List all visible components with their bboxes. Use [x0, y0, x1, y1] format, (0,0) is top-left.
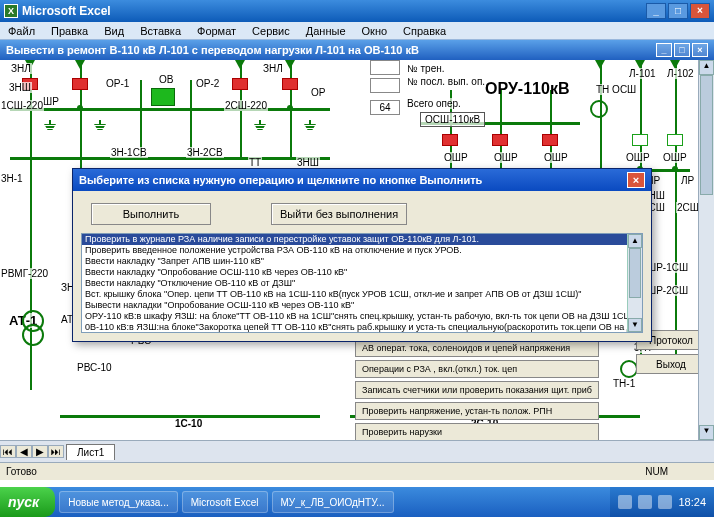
label-osh110: ОСШ-110кВ [420, 112, 485, 127]
label-op2: ОР-2 [195, 78, 220, 89]
doc-restore-button[interactable]: □ [674, 43, 690, 57]
dialog-title-bar[interactable]: Выберите из списка нужную операцию и щел… [73, 169, 651, 191]
list-item[interactable]: Проверить в журнале РЗА наличие записи о… [82, 234, 642, 245]
menu-tools[interactable]: Сервис [248, 24, 294, 38]
maximize-button[interactable]: □ [668, 3, 688, 19]
label-znl-2: ЗНЛ [262, 63, 284, 74]
label-znl: ЗНЛ [10, 63, 32, 74]
label-1c10: 1С-10 [174, 418, 203, 429]
list-item[interactable]: Ввести накладку "Отключение ОВ-110 кВ от… [82, 278, 642, 289]
sheet-vertical-scrollbar[interactable]: ▲ ▼ [698, 60, 714, 440]
menu-file[interactable]: Файл [4, 24, 39, 38]
operation-listbox[interactable]: Проверить в журнале РЗА наличие записи о… [81, 233, 643, 333]
sheet-tab[interactable]: Лист1 [66, 444, 115, 460]
list-item[interactable]: Ввести накладку "Опробование ОСШ-110 кВ … [82, 267, 642, 278]
tab-nav-next[interactable]: ▶ [32, 445, 48, 458]
app-title: Microsoft Excel [22, 4, 111, 18]
taskbar-button[interactable]: Microsoft Excel [182, 491, 268, 513]
tab-nav-last[interactable]: ⏭ [48, 445, 64, 458]
label-oshr-2: ОШР [493, 152, 519, 163]
listbox-scroll-down[interactable]: ▼ [628, 318, 642, 332]
close-button[interactable]: × [690, 3, 710, 19]
label-n-posl: № посл. вып. оп. [406, 76, 486, 87]
dialog-title: Выберите из списка нужную операцию и щел… [79, 174, 482, 186]
label-shr-1: ШР [42, 96, 60, 107]
execute-button[interactable]: Выполнить [91, 203, 211, 225]
menu-insert[interactable]: Вставка [136, 24, 185, 38]
tab-nav-first[interactable]: ⏮ [0, 445, 16, 458]
tab-nav-prev[interactable]: ◀ [16, 445, 32, 458]
workbook-title-bar: Вывести в ремонт В-110 кВ Л-101 с перево… [0, 40, 714, 60]
label-oshr-3: ОШР [543, 152, 569, 163]
btn-check-loads[interactable]: Проверить нарузки [355, 423, 599, 440]
dialog-close-button[interactable]: × [627, 172, 645, 188]
menu-format[interactable]: Формат [193, 24, 240, 38]
scroll-thumb[interactable] [700, 75, 713, 195]
label-1ssh220: 1СШ-220 [0, 100, 44, 111]
scroll-down-button[interactable]: ▼ [699, 425, 714, 440]
start-button[interactable]: пуск [0, 487, 55, 517]
label-shr2ssh: ШР-2СШ [646, 285, 689, 296]
label-tn1: ТН-1 [612, 378, 636, 389]
tray-icon[interactable] [618, 495, 632, 509]
menu-view[interactable]: Вид [100, 24, 128, 38]
switch[interactable] [632, 134, 648, 146]
list-item[interactable]: Проверить введенное положение устройства… [82, 245, 642, 256]
menu-window[interactable]: Окно [358, 24, 392, 38]
list-item[interactable]: Вывести накладки "Опробование ОСШ-110 кВ… [82, 300, 642, 311]
menu-data[interactable]: Данные [302, 24, 350, 38]
list-item[interactable]: Ввести накладку "Запрет АПВ шин-110 кВ" [82, 256, 642, 267]
listbox-scroll-thumb[interactable] [629, 248, 641, 298]
label-3nsh-r: 3НШ [296, 157, 320, 168]
list-item[interactable]: 0В-110 кВ:в ЯЗШ:на блоке"Закоротка цепей… [82, 322, 642, 333]
excel-title-bar: X Microsoft Excel _ □ × [0, 0, 714, 22]
btn-rza-ops[interactable]: Операции с РЗА , вкл.(откл.) ток. цеп [355, 360, 599, 378]
list-item[interactable]: ОРУ-110 кВ:в шкафу ЯЗШ: на блоке"ТТ ОВ-1… [82, 311, 642, 322]
menu-help[interactable]: Справка [399, 24, 450, 38]
status-bar: Готово NUM [0, 462, 714, 480]
listbox-scrollbar[interactable]: ▲ ▼ [627, 234, 642, 332]
listbox-scroll-up[interactable]: ▲ [628, 234, 642, 248]
switch[interactable] [542, 134, 558, 146]
doc-close-button[interactable]: × [692, 43, 708, 57]
clock[interactable]: 18:24 [678, 496, 706, 508]
label-pbc10-b: РВС-10 [76, 362, 113, 373]
tray-icon[interactable] [638, 495, 652, 509]
label-2ssh: 2СШ [676, 202, 700, 213]
switch[interactable] [492, 134, 508, 146]
windows-taskbar: пуск Новые метод_указа... Microsoft Exce… [0, 487, 714, 517]
btn-check-voltage[interactable]: Проверить напряжение, устан-ть полож. РП… [355, 402, 599, 420]
menu-edit[interactable]: Правка [47, 24, 92, 38]
label-op: ОР [310, 87, 326, 98]
system-tray[interactable]: 18:24 [610, 487, 714, 517]
switch-ov[interactable] [151, 88, 175, 106]
label-shr1ssh: ШР-1СШ [646, 262, 689, 273]
doc-minimize-button[interactable]: _ [656, 43, 672, 57]
label-lr-2: ЛР [680, 175, 695, 186]
excel-icon: X [4, 4, 18, 18]
workbook-title: Вывести в ремонт В-110 кВ Л-101 с перево… [6, 44, 419, 56]
btn-write-meters[interactable]: Записать счетчики или проверить показани… [355, 381, 599, 399]
input-n-tren[interactable] [370, 60, 400, 75]
switch[interactable] [442, 134, 458, 146]
switch[interactable] [667, 134, 683, 146]
input-n-posl[interactable] [370, 78, 400, 93]
switch[interactable] [232, 78, 248, 90]
taskbar-button[interactable]: МУ_к_ЛВ_ОИОдНТУ... [272, 491, 394, 513]
status-ready: Готово [6, 466, 37, 477]
input-vsego[interactable] [370, 100, 400, 115]
tray-icon[interactable] [658, 495, 672, 509]
label-oshr-4: ОШР [625, 152, 651, 163]
label-substation: ОРУ-110кВ [485, 80, 569, 98]
cancel-button[interactable]: Выйти без выполнения [271, 203, 407, 225]
switch[interactable] [72, 78, 88, 90]
label-n-tren: № трен. [406, 63, 446, 74]
taskbar-button[interactable]: Новые метод_указа... [59, 491, 177, 513]
exit-button[interactable]: Выход [636, 354, 706, 374]
scroll-up-button[interactable]: ▲ [699, 60, 714, 75]
switch[interactable] [282, 78, 298, 90]
list-item[interactable]: Вст. крышку блока "Опер. цепи ТТ ОВ-110 … [82, 289, 642, 300]
minimize-button[interactable]: _ [646, 3, 666, 19]
label-3n2sv: 3H-2СВ [186, 147, 224, 158]
operation-select-dialog: Выберите из списка нужную операцию и щел… [72, 168, 652, 342]
